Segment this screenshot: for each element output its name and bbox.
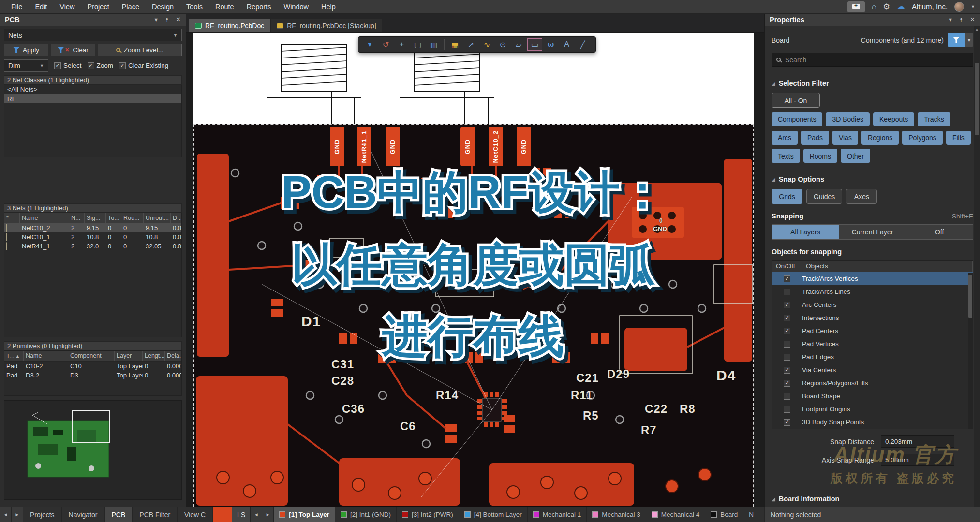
table-row[interactable]: NetC10_12 10.80 010.8 0.00 <box>4 232 181 242</box>
zoom-level-button[interactable]: Zoom Level... <box>98 44 182 56</box>
menu-reports[interactable]: Reports <box>240 3 278 11</box>
layer-tab-board[interactable]: Board <box>705 507 743 522</box>
filter-keepouts-button[interactable]: Keepouts <box>873 112 914 126</box>
pad-netc10[interactable]: NetC10_2 <box>489 127 503 166</box>
filter-other-button[interactable]: Other <box>841 149 870 163</box>
snap-object-row[interactable]: Board Shape <box>772 390 973 403</box>
filter-arcs-button[interactable]: Arcs <box>772 130 798 145</box>
checkbox-icon[interactable] <box>784 393 790 400</box>
layer-tab-bottom[interactable]: [4] Bottom Layer <box>459 507 528 522</box>
net-class-item-selected[interactable]: RF <box>4 94 181 103</box>
comment-button[interactable] <box>847 1 865 12</box>
panel-close-icon[interactable]: ✕ <box>970 16 975 23</box>
guides-button[interactable]: Guides <box>806 189 842 204</box>
menu-design[interactable]: Design <box>146 3 180 11</box>
checkbox-icon[interactable] <box>784 341 790 348</box>
pad-gnd[interactable]: GND <box>460 127 475 166</box>
filter-3dbodies-button[interactable]: 3D Bodies <box>826 112 870 126</box>
filter-fills-button[interactable]: Fills <box>946 130 971 145</box>
chevron-down-icon[interactable]: ▼ <box>965 33 973 47</box>
search-input[interactable] <box>785 56 940 64</box>
current-layer-option[interactable]: Current Layer <box>839 225 906 239</box>
tab-rf-routing-stackup[interactable]: RF_routing.PcbDoc [Stackup] <box>271 19 382 32</box>
coil-icon[interactable]: ω <box>543 38 558 51</box>
checkbox-icon[interactable] <box>784 289 790 295</box>
apply-button[interactable]: Apply <box>4 44 48 56</box>
pad-netr41[interactable]: NetR41_1 <box>357 127 371 166</box>
snap-object-row[interactable]: ✓ Track/Arcs Vertices <box>772 272 973 285</box>
panel-tab-projects[interactable]: Projects <box>23 507 62 522</box>
snap-object-row[interactable]: ✓ Regions/Polygons/Fills <box>772 377 973 390</box>
grids-button[interactable]: Grids <box>772 189 802 204</box>
panel-tabs-scroll-left[interactable]: ◄ <box>0 507 12 522</box>
tune-length-icon[interactable]: ∿ <box>479 38 494 51</box>
line-icon[interactable]: ╱ <box>575 38 590 51</box>
checkbox-icon[interactable] <box>784 354 790 361</box>
snap-object-row[interactable]: Pad Edges <box>772 350 973 363</box>
layer-tab-int2[interactable]: [3] Int2 (PWR) <box>397 507 459 522</box>
layer-tab-int1[interactable]: [2] Int1 (GND) <box>335 507 397 522</box>
menu-route[interactable]: Route <box>209 3 240 11</box>
checkbox-icon[interactable]: ✓ <box>784 367 790 374</box>
gear-icon[interactable]: ⚙ <box>883 2 890 11</box>
clear-button[interactable]: ✕ Clear <box>51 44 95 56</box>
checkbox-icon[interactable]: ✓ <box>784 276 790 282</box>
layer-set-button[interactable]: LS <box>232 507 251 522</box>
string-icon[interactable]: A <box>559 38 574 51</box>
panel-dropdown-icon[interactable]: ▼ <box>153 17 159 23</box>
net-class-item[interactable]: <All Nets> <box>4 85 181 94</box>
checkbox-icon[interactable]: ✓ <box>784 380 790 387</box>
all-on-button[interactable]: All - On <box>772 93 820 108</box>
pcb-canvas[interactable]: ▼ ↺ + ▢ ▥ ▦ ↗ ∿ ⊙ ▱ ▭ ω A ╱ <box>186 33 764 507</box>
selection-filter-section-header[interactable]: ◢ Selection Filter <box>772 79 973 87</box>
filter-vias-button[interactable]: Vias <box>832 130 858 145</box>
panel-tab-pcb[interactable]: PCB <box>105 507 133 522</box>
interactive-route-icon[interactable]: ↗ <box>463 38 478 51</box>
table-row[interactable]: NetR41_12 32.00 032.05 0.00 <box>4 242 181 251</box>
tab-rf-routing-pcbdoc[interactable]: RF_routing.PcbDoc <box>189 19 270 32</box>
panel-pin-icon[interactable]: 🖈 <box>164 17 170 23</box>
layer-tab-mechanical4[interactable]: Mechanical 4 <box>646 507 706 522</box>
lasso-select-icon[interactable]: ↺ <box>378 38 393 51</box>
scrollbar-thumb[interactable] <box>975 63 979 135</box>
select-checkbox[interactable]: ✓ Select <box>54 62 82 69</box>
snap-distance-input[interactable]: 0.203mm <box>881 435 954 448</box>
properties-search[interactable] <box>772 53 973 67</box>
menu-view[interactable]: View <box>53 3 81 11</box>
layer-tab-mechanical3[interactable]: Mechanical 3 <box>587 507 646 522</box>
filter-icon[interactable]: ▼ <box>362 38 377 51</box>
filter-pads-button[interactable]: Pads <box>801 130 829 145</box>
menu-help[interactable]: Help <box>315 3 342 11</box>
user-avatar[interactable] <box>954 2 964 12</box>
checkbox-icon[interactable]: ✓ <box>784 302 790 308</box>
checkbox-icon[interactable]: ✓ <box>784 419 790 426</box>
pad-gnd[interactable]: GND <box>517 127 531 166</box>
active-route-mode-icon[interactable]: ▭ <box>527 38 542 51</box>
snap-object-row[interactable]: ✓ Arc Centers <box>772 298 973 311</box>
pad-gnd[interactable]: GND <box>386 127 400 166</box>
board-thumbnail[interactable] <box>4 400 182 500</box>
panel-pin-icon[interactable]: 🖈 <box>959 17 964 23</box>
snap-object-row[interactable]: ✓ Via Centers <box>772 363 973 377</box>
menu-project[interactable]: Project <box>81 3 116 11</box>
filter-tracks-button[interactable]: Tracks <box>918 112 950 126</box>
board-region[interactable] <box>193 124 754 507</box>
select-area-icon[interactable]: ▢ <box>410 38 425 51</box>
avatar-caret-icon[interactable]: ▼ <box>971 4 975 9</box>
filter-rooms-button[interactable]: Rooms <box>803 149 837 163</box>
onoff-column-header[interactable]: On/Off <box>772 261 802 272</box>
off-option[interactable]: Off <box>906 225 973 239</box>
menu-edit[interactable]: Edit <box>29 3 53 11</box>
menu-tools[interactable]: Tools <box>180 3 209 11</box>
layer-tab-top[interactable]: [1] Top Layer <box>274 507 335 522</box>
pad-entry-icon[interactable]: ▥ <box>426 38 441 51</box>
panel-tab-pcb-filter[interactable]: PCB Filter <box>133 507 178 522</box>
pad-gnd[interactable]: GND <box>330 127 344 166</box>
menu-window[interactable]: Window <box>277 3 315 11</box>
properties-scrollbar[interactable]: ▲ <box>974 26 980 507</box>
polygon-pour-icon[interactable]: ▱ <box>511 38 526 51</box>
axes-button[interactable]: Axes <box>846 189 877 204</box>
checkbox-icon[interactable]: ✓ <box>784 328 790 334</box>
clear-existing-checkbox[interactable]: ✓ Clear Existing <box>119 62 168 69</box>
table-row[interactable]: PadD3-2 D3Top Layer 00.000 <box>4 371 181 380</box>
